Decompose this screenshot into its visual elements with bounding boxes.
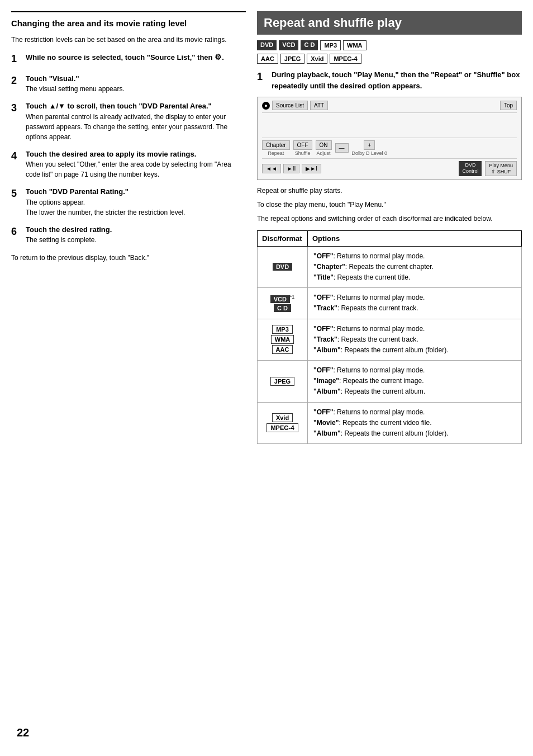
step-5-title: Touch "DVD Parental Rating." <box>26 186 185 197</box>
mpeg4-disc-label: MPEG-4 <box>266 423 298 432</box>
dash-col: — <box>335 143 349 153</box>
adjust-label: Adjust <box>317 150 331 156</box>
table-row-vcd: VCD*1 C D "OFF": Returns to normal play … <box>258 288 522 319</box>
dvd-control-btn[interactable]: DVDControl <box>459 161 482 176</box>
step-6-body: The setting is complete. <box>26 235 112 245</box>
step-3-body: When parental control is already activat… <box>26 112 246 142</box>
dolby-level-label: Dolby D Level 0 <box>352 150 388 156</box>
col2-header: Options <box>308 230 522 246</box>
source-dot-icon: ● <box>262 102 270 110</box>
off-option-vcd: "OFF" <box>313 294 333 301</box>
on-col: ON Adjust <box>316 140 332 156</box>
table-row-xvid: Xvid MPEG-4 "OFF": Returns to normal pla… <box>258 402 522 444</box>
table-row-jpeg: JPEG "OFF": Returns to normal play mode.… <box>258 361 522 403</box>
page-number: 22 <box>17 726 29 739</box>
options-cell-xvid: "OFF": Returns to normal play mode. "Mov… <box>308 402 522 444</box>
disc-cell-mp3: MP3 WMA AAC <box>258 319 308 361</box>
repeat-starts: Repeat or shuffle play starts. <box>257 186 522 196</box>
prev-btn[interactable]: ◄◄ <box>262 164 281 173</box>
step-3-title: Touch ▲/▼ to scroll, then touch "DVD Par… <box>26 101 246 112</box>
mp3-disc-label: MP3 <box>272 325 293 334</box>
repeat-note: The repeat options and switching order o… <box>257 214 522 224</box>
movie-option-xvid: "Movie" <box>313 419 339 427</box>
badge-row-1: DVD VCD C D MP3 WMA <box>257 40 522 50</box>
badge-wma: WMA <box>343 40 367 50</box>
badge-xvid: Xvid <box>307 54 327 64</box>
xvid-disc-label: Xvid <box>272 413 293 422</box>
disc-cell-jpeg: JPEG <box>258 361 308 403</box>
off-option-xvid: "OFF" <box>313 408 333 416</box>
title-option-dvd: "Title" <box>313 273 334 281</box>
right-step-1: 1 During playback, touch "Play Menu," th… <box>257 69 522 91</box>
left-title: Changing the area and its movie rating l… <box>11 18 246 29</box>
source-list-btn[interactable]: Source List <box>272 101 308 110</box>
step-2-num: 2 <box>11 73 21 94</box>
chapter-option-dvd: "Chapter" <box>313 263 345 271</box>
mock-screen: ● Source List ATT Top Chapter Repeat OFF… <box>257 97 522 180</box>
back-note: To return to the previous display, touch… <box>11 253 246 263</box>
screen-main <box>262 117 517 134</box>
track-option-mp3: "Track" <box>313 336 337 343</box>
badge-mp3: MP3 <box>320 40 341 50</box>
step-1: 1 While no source is selected, touch "So… <box>11 51 246 67</box>
badge-row-2: AAC JPEG Xvid MPEG-4 <box>257 54 522 64</box>
play-pause-btn[interactable]: ►II <box>283 164 299 173</box>
step-5: 5 Touch "DVD Parental Rating." The optio… <box>11 186 246 218</box>
album-option-xvid: "Album" <box>313 429 341 437</box>
badge-vcd: VCD <box>279 40 298 50</box>
table-row-dvd: DVD "OFF": Returns to normal play mode. … <box>258 246 522 288</box>
album-option-jpeg: "Album" <box>313 388 341 395</box>
disc-cell-xvid: Xvid MPEG-4 <box>258 402 308 444</box>
album-option-mp3: "Album" <box>313 346 341 354</box>
off-option-jpeg: "OFF" <box>313 366 333 374</box>
plus-col: + Dolby D Level 0 <box>352 140 388 156</box>
options-cell-mp3: "OFF": Returns to normal play mode. "Tra… <box>308 319 522 361</box>
step-4: 4 Touch the desired area to apply its mo… <box>11 149 246 180</box>
step-4-body: When you select "Other," enter the area … <box>26 159 246 179</box>
chapter-btn[interactable]: Chapter <box>262 140 290 150</box>
off-col: OFF Shuffle <box>293 140 312 156</box>
badge-jpeg: JPEG <box>280 54 304 64</box>
jpeg-disc-label: JPEG <box>270 377 294 386</box>
transport-btns: ◄◄ ►II ▶►I <box>262 164 321 173</box>
next-btn[interactable]: ▶►I <box>302 164 321 173</box>
step-6-num: 6 <box>11 224 21 245</box>
off-option-dvd: "OFF" <box>313 252 333 260</box>
plus-btn[interactable]: + <box>364 140 375 150</box>
image-option-jpeg: "Image" <box>313 377 339 385</box>
wma-disc-label: WMA <box>271 335 294 344</box>
on-btn[interactable]: ON <box>316 140 332 150</box>
top-btn[interactable]: Top <box>500 101 517 110</box>
screen-bottom-bar: Chapter Repeat OFF Shuffle ON Adjust — + <box>262 138 517 156</box>
step-2-title: Touch "Visual." <box>26 73 125 84</box>
step-5-body: The options appear.The lower the number,… <box>26 197 185 218</box>
options-table: Disc/format Options DVD "OFF": Returns t… <box>257 230 522 445</box>
repeat-label: Repeat <box>268 150 284 156</box>
step-4-title: Touch the desired area to apply its movi… <box>26 149 246 160</box>
off-btn[interactable]: OFF <box>293 140 312 150</box>
cd-disc-label: C D <box>274 304 291 312</box>
step-3: 3 Touch ▲/▼ to scroll, then touch "DVD P… <box>11 101 246 142</box>
chapter-col: Chapter Repeat <box>262 140 290 156</box>
badge-cd: C D <box>301 40 318 50</box>
att-btn[interactable]: ATT <box>310 101 328 110</box>
dash-btn[interactable]: — <box>335 143 349 153</box>
step-5-num: 5 <box>11 186 21 218</box>
left-intro: The restriction levels can be set based … <box>11 35 246 45</box>
options-cell-jpeg: "OFF": Returns to normal play mode. "Ima… <box>308 361 522 403</box>
table-row-mp3: MP3 WMA AAC "OFF": Returns to normal pla… <box>258 319 522 361</box>
disc-cell-dvd: DVD <box>258 246 308 288</box>
dvd-disc-label: DVD <box>273 263 292 271</box>
right-title: Repeat and shuffle play <box>257 11 522 35</box>
step-4-num: 4 <box>11 149 21 180</box>
right-step-1-title: During playback, touch "Play Menu," then… <box>272 69 522 91</box>
track-option-vcd: "Track" <box>313 304 337 312</box>
step-6-title: Touch the desired rating. <box>26 224 112 235</box>
col1-header: Disc/format <box>258 230 308 246</box>
disc-cell-vcd: VCD*1 C D <box>258 288 308 319</box>
badge-mpeg4: MPEG-4 <box>330 54 361 64</box>
right-column: Repeat and shuffle play DVD VCD C D MP3 … <box>257 11 522 745</box>
shuffle-label: Shuffle <box>295 150 311 156</box>
step-6: 6 Touch the desired rating. The setting … <box>11 224 246 245</box>
play-menu-btn[interactable]: Play Menu⇧ SHUF <box>485 161 517 176</box>
